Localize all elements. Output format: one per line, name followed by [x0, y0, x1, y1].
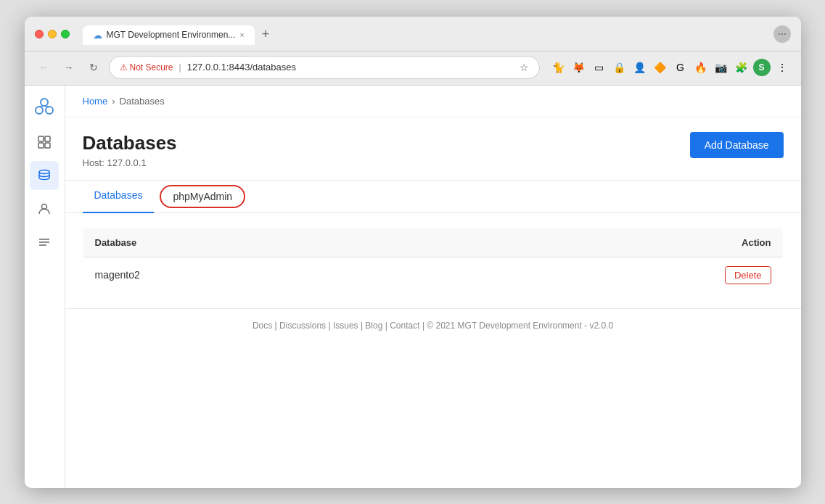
chrome-menu-icon[interactable]: ⋮: [773, 59, 791, 76]
sidebar-item-databases[interactable]: [30, 161, 59, 190]
browser-tabs: ☁ MGT Development Environmen... × +: [83, 24, 276, 45]
svg-line-3: [39, 106, 44, 107]
maximize-window-button[interactable]: [61, 30, 70, 38]
puzzle-icon[interactable]: 🧩: [733, 59, 750, 76]
bookmark-icon[interactable]: ☆: [520, 62, 529, 73]
active-tab[interactable]: ☁ MGT Development Environmen... ×: [83, 25, 255, 45]
user-avatar[interactable]: S: [753, 59, 771, 76]
breadcrumb-home[interactable]: Home: [83, 96, 108, 107]
footer-issues-link[interactable]: Issues: [333, 321, 358, 331]
minimize-window-button[interactable]: [48, 30, 57, 38]
page-content: Home › Databases Databases Host: 127.0.0…: [65, 86, 801, 488]
warning-icon: ⚠: [120, 62, 128, 73]
tab-phpmyadmin[interactable]: phpMyAdmin: [160, 185, 245, 208]
page-footer: Docs | Discussions | Issues | Blog | Con…: [65, 308, 801, 342]
tab-search-icon[interactable]: 🦊: [570, 59, 588, 76]
traffic-lights: [35, 30, 70, 38]
footer-docs-link[interactable]: Docs: [253, 321, 272, 331]
sidebar-item-dashboard[interactable]: [30, 128, 59, 157]
chrome-menu-button[interactable]: ⋯: [773, 25, 791, 43]
col-action-header: Action: [430, 228, 783, 257]
sidebar-logo[interactable]: [31, 93, 57, 119]
svg-point-0: [41, 99, 48, 106]
profile-icon[interactable]: 👤: [631, 59, 649, 76]
lock-icon[interactable]: 🔒: [611, 59, 628, 76]
sidebar-item-tasks[interactable]: [30, 228, 59, 257]
svg-rect-5: [38, 136, 44, 141]
svg-point-2: [46, 107, 53, 114]
chrome-controls: ⋯: [773, 25, 791, 43]
tab-title: MGT Development Environmen...: [107, 30, 236, 40]
col-database-header: Database: [83, 228, 430, 257]
sidebar-item-users[interactable]: [30, 194, 59, 223]
page-title: Databases: [83, 132, 177, 154]
tabs-navigation: Databases phpMyAdmin: [65, 181, 801, 213]
close-window-button[interactable]: [35, 30, 44, 38]
cast-icon[interactable]: ▭: [591, 59, 608, 76]
page-title-group: Databases Host: 127.0.0.1: [83, 132, 177, 168]
title-bar: ☁ MGT Development Environmen... × + ⋯: [25, 17, 801, 51]
svg-rect-7: [38, 143, 44, 148]
databases-table: Database Action magento2 Delete: [83, 228, 784, 294]
table-section: Database Action magento2 Delete: [65, 213, 801, 308]
main-area: Home › Databases Databases Host: 127.0.0…: [25, 86, 801, 488]
address-bar[interactable]: ⚠ Not Secure | 127.0.0.1:8443/databases …: [109, 56, 540, 79]
wallet-icon[interactable]: 🔶: [652, 59, 669, 76]
svg-line-4: [44, 106, 49, 107]
footer-blog-link[interactable]: Blog: [365, 321, 382, 331]
browser-toolbar: 🐈 🦊 ▭ 🔒 👤 🔶 G 🔥 📷 🧩 S ⋮: [550, 59, 791, 76]
svg-point-9: [39, 170, 49, 173]
tab-favicon-icon: ☁: [93, 30, 102, 41]
action-cell: Delete: [430, 257, 783, 293]
address-bar-row: ← → ↻ ⚠ Not Secure | 127.0.0.1:8443/data…: [25, 51, 801, 86]
delete-button[interactable]: Delete: [725, 266, 771, 284]
breadcrumb-current: Databases: [120, 96, 165, 107]
svg-rect-8: [45, 143, 50, 148]
back-button[interactable]: ←: [35, 58, 54, 77]
tab-databases[interactable]: Databases: [83, 181, 155, 213]
table-row: magento2 Delete: [83, 257, 783, 293]
url-display: 127.0.0.1:8443/databases: [187, 62, 514, 73]
screenshot-icon[interactable]: 📷: [713, 59, 730, 76]
breadcrumb: Home › Databases: [65, 86, 801, 117]
page-subtitle: Host: 127.0.0.1: [83, 157, 177, 168]
database-name-cell: magento2: [83, 257, 430, 293]
add-database-button[interactable]: Add Database: [690, 132, 784, 158]
fire-icon[interactable]: 🔥: [692, 59, 710, 76]
not-secure-indicator: ⚠ Not Secure: [120, 62, 173, 73]
svg-point-1: [36, 107, 43, 114]
sidebar: [25, 86, 65, 488]
footer-copyright: © 2021 MGT Development Environment - v2.…: [427, 321, 613, 331]
breadcrumb-separator: ›: [112, 96, 115, 107]
browser-window: ☁ MGT Development Environmen... × + ⋯ ← …: [25, 17, 801, 488]
translate-icon[interactable]: G: [672, 59, 689, 76]
page-header: Databases Host: 127.0.0.1 Add Database: [65, 117, 801, 181]
extensions-icon[interactable]: 🐈: [550, 59, 567, 76]
reload-button[interactable]: ↻: [84, 58, 103, 77]
footer-contact-link[interactable]: Contact: [390, 321, 419, 331]
svg-rect-6: [45, 136, 50, 141]
new-tab-button[interactable]: +: [256, 24, 276, 45]
tab-close-icon[interactable]: ×: [239, 30, 244, 39]
forward-button[interactable]: →: [59, 58, 78, 77]
not-secure-label: Not Secure: [130, 62, 173, 73]
footer-discussions-link[interactable]: Discussions: [279, 321, 326, 331]
